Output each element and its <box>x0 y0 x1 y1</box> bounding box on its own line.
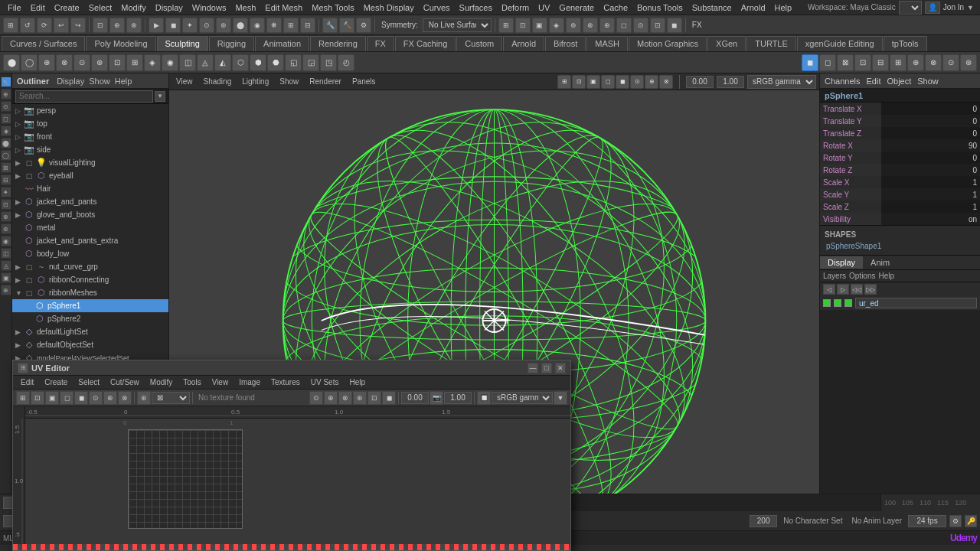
uv-menu-select[interactable]: Select <box>74 377 104 387</box>
uv-menu-tools[interactable]: Tools <box>178 377 205 387</box>
tab-curves-surfaces[interactable]: Curves / Surfaces <box>2 36 85 51</box>
tree-item-jp-extra[interactable]: ⬡ jacket_and_pants_extra <box>12 234 168 247</box>
expand-jp[interactable]: ▶ <box>15 198 23 206</box>
tree-item-side[interactable]: ▷ 📷 side <box>12 143 168 156</box>
vp-tb-snap[interactable]: ⊗ <box>659 75 673 89</box>
menu-generate[interactable]: Generate <box>554 2 599 14</box>
uv-tb-6[interactable]: ⊙ <box>89 391 103 405</box>
menu-edit[interactable]: Edit <box>26 2 50 14</box>
tab-animation[interactable]: Animation <box>255 36 309 51</box>
uv-menu-textures[interactable]: Textures <box>266 377 305 387</box>
menu-curves[interactable]: Curves <box>419 2 455 14</box>
tb-render-10[interactable]: ⊟ <box>300 18 315 33</box>
tab-turtle[interactable]: TURTLE <box>746 36 796 51</box>
da-tab-anim[interactable]: Anim <box>863 256 897 269</box>
ch-name-tz[interactable]: Translate Z <box>820 127 881 139</box>
tb-render-9[interactable]: ⊞ <box>283 18 299 33</box>
ch-val-rx[interactable]: 90 <box>881 139 980 152</box>
uv-menu-view[interactable]: View <box>207 377 234 387</box>
uv-tb-gamma-arrow[interactable]: ▼ <box>554 391 567 405</box>
pb-settings[interactable]: ⚙ <box>949 515 962 527</box>
tb-render-6[interactable]: ⬤ <box>233 18 248 33</box>
uv-tb-12[interactable]: ⊗ <box>338 391 352 405</box>
ch-name-rz[interactable]: Rotate Z <box>820 164 881 176</box>
tb-extra-10[interactable]: ⊡ <box>650 18 665 33</box>
symmetry-dropdown[interactable]: No Live Surface <box>423 18 492 32</box>
tool-14[interactable]: ◉ <box>1 236 11 246</box>
tb-extra-11[interactable]: ◼ <box>667 18 682 33</box>
menu-deform[interactable]: Deform <box>497 2 534 14</box>
uv-val2[interactable] <box>444 392 472 404</box>
tab-xgen[interactable]: XGen <box>707 36 746 51</box>
ch-val-vis[interactable]: on <box>881 213 980 225</box>
tree-item-hair[interactable]: 〰 Hair <box>12 182 168 195</box>
uv-tb-9[interactable]: ⊛ <box>137 391 151 405</box>
tool-6[interactable]: ⬤ <box>1 138 11 148</box>
tb-mode-btn-2[interactable]: ↺ <box>20 18 35 33</box>
menu-substance[interactable]: Substance <box>688 2 737 14</box>
sculpt-tool-23[interactable]: ⊠ <box>837 54 854 71</box>
uv-mode-select[interactable]: ⊠ <box>152 392 190 404</box>
tb-extra-3[interactable]: ▣ <box>532 18 547 33</box>
sculpt-tool-10[interactable]: ◉ <box>162 54 178 71</box>
uv-tb-cam[interactable]: 📷 <box>430 391 443 405</box>
sculpt-tool-27[interactable]: ⊕ <box>907 54 924 71</box>
ch-val-tz[interactable]: 0 <box>881 127 980 139</box>
tb-snap-1[interactable]: ⊡ <box>93 18 108 33</box>
menu-edit-mesh[interactable]: Edit Mesh <box>260 2 307 14</box>
sculpt-tool-1[interactable]: ⬤ <box>3 54 20 71</box>
tab-sculpting[interactable]: Sculpting <box>157 36 208 51</box>
ch-val-sx[interactable]: 1 <box>881 176 980 188</box>
tree-item-glove-boots[interactable]: ▶ ⬡ glove_and_boots <box>12 208 168 221</box>
menu-create[interactable]: Create <box>50 2 84 14</box>
ch-val-ty[interactable]: 0 <box>881 115 980 127</box>
tb-snap-3[interactable]: ⊗ <box>126 18 142 33</box>
uv-minimize-btn[interactable]: — <box>528 363 538 373</box>
vp-menu-renderer[interactable]: Renderer <box>305 77 345 86</box>
tb-extra-4[interactable]: ◈ <box>549 18 564 33</box>
tree-item-default-light-set[interactable]: ▶ ◇ defaultLightSet <box>12 325 168 338</box>
menu-mesh-display[interactable]: Mesh Display <box>359 2 419 14</box>
sculpt-tool-11[interactable]: ◫ <box>179 54 196 71</box>
tb-mode-btn-5[interactable]: ↪ <box>70 18 86 33</box>
tree-item-eyeball[interactable]: ▶ □ ⬡ eyeball <box>12 169 168 182</box>
expand-rm[interactable]: ▼ <box>15 289 23 297</box>
vp-val2[interactable] <box>717 76 744 88</box>
ch-name-ty[interactable]: Translate Y <box>820 115 881 127</box>
tool-4[interactable]: ◻ <box>1 113 11 124</box>
tb-sym-2[interactable]: 🔨 <box>339 18 354 33</box>
tree-item-top[interactable]: ▷ 📷 top <box>12 117 168 130</box>
sculpt-tool-15[interactable]: ⬢ <box>250 54 266 71</box>
tool-7[interactable]: ◯ <box>1 150 11 161</box>
uv-maximize-btn[interactable]: □ <box>541 363 552 373</box>
vp-tb-5[interactable]: ◼ <box>616 75 629 89</box>
tree-item-psphere2[interactable]: ⬡ pSphere2 <box>12 312 168 325</box>
tree-item-ribbon-conn[interactable]: ▶ □ ⬡ ribbonConnecting <box>12 273 168 286</box>
tree-item-visual-lighting[interactable]: ▶ □ 💡 visualLighting <box>12 156 168 169</box>
expand-persp[interactable]: ▷ <box>15 107 23 115</box>
menu-modify[interactable]: Modify <box>116 2 150 14</box>
menu-windows[interactable]: Windows <box>188 2 231 14</box>
signin-text[interactable]: Jon In <box>943 3 964 11</box>
ch-name-vis[interactable]: Visibility <box>820 213 881 225</box>
tool-11[interactable]: ⊡ <box>1 199 11 210</box>
sculpt-active-tool[interactable]: ◼ <box>802 54 818 71</box>
ch-name-tx[interactable]: Translate X <box>820 103 881 115</box>
vp-tb-2[interactable]: ⊡ <box>572 75 586 89</box>
uv-tb-5[interactable]: ◼ <box>74 391 88 405</box>
tb-sym-3[interactable]: ⚙ <box>356 18 371 33</box>
sculpt-tool-5[interactable]: ⊙ <box>74 54 90 71</box>
tb-extra-1[interactable]: ⊞ <box>498 18 514 33</box>
tab-rendering[interactable]: Rendering <box>310 36 366 51</box>
layer-menu-help[interactable]: Help <box>878 272 894 280</box>
ch-name-sy[interactable]: Scale Y <box>820 188 881 201</box>
sculpt-tool-3[interactable]: ⊕ <box>38 54 55 71</box>
menu-help[interactable]: Help <box>770 2 797 14</box>
menu-bonus-tools[interactable]: Bonus Tools <box>632 2 688 14</box>
tool-15[interactable]: ◫ <box>1 248 11 259</box>
sculpt-tool-8[interactable]: ⊞ <box>126 54 143 71</box>
tree-item-jacket-pants[interactable]: ▶ ⬡ jacket_and_pants <box>12 195 168 208</box>
vp-menu-view[interactable]: View <box>172 77 197 86</box>
menu-display[interactable]: Display <box>151 2 188 14</box>
tool-9[interactable]: ⊟ <box>1 174 11 185</box>
